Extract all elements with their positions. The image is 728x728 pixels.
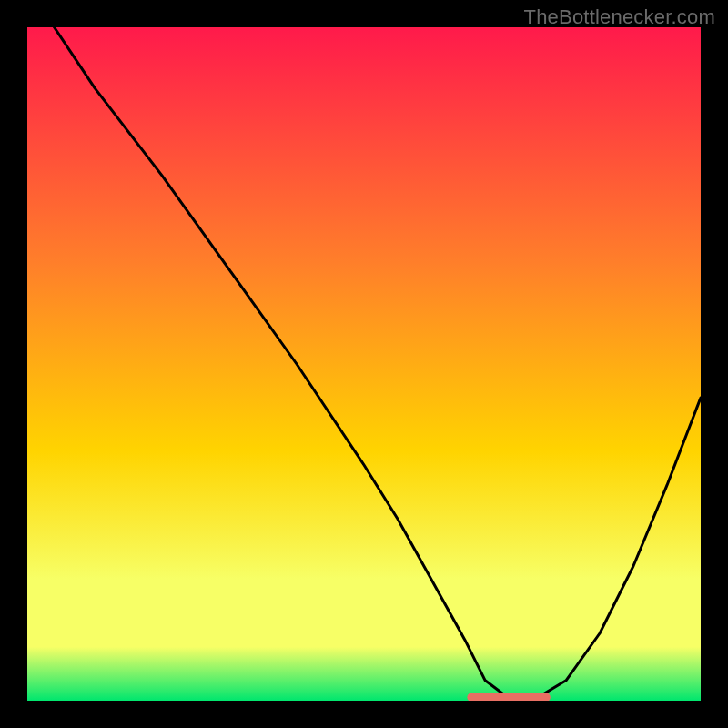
chart-frame bbox=[27, 27, 701, 701]
watermark-text: TheBottlenecker.com bbox=[524, 5, 715, 29]
bottleneck-chart bbox=[27, 27, 701, 701]
gradient-background bbox=[27, 27, 701, 701]
